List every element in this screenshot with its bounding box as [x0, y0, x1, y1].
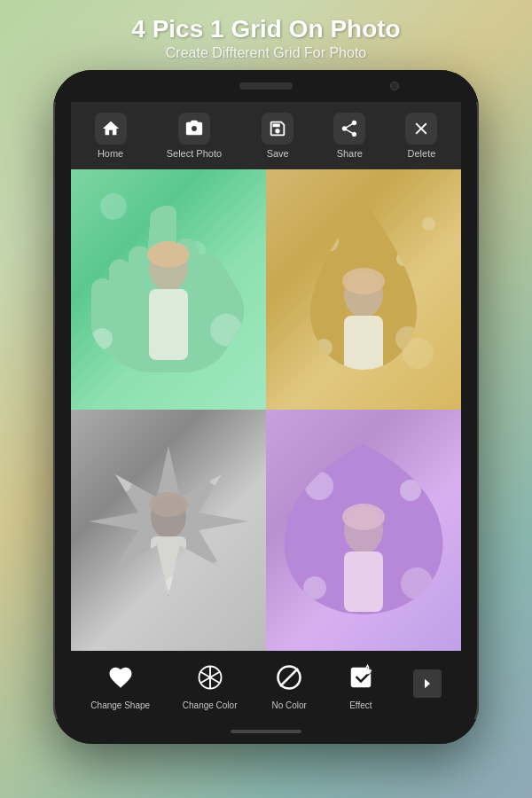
svg-point-4: [147, 241, 190, 268]
home-icon: [95, 113, 127, 145]
share-button[interactable]: Share: [325, 109, 374, 162]
delete-label: Delete: [408, 148, 436, 159]
phone-top-bar: [53, 70, 479, 102]
svg-point-21: [149, 492, 188, 517]
effect-icon: [341, 658, 380, 697]
heart-icon: [101, 658, 140, 697]
svg-point-32: [400, 480, 421, 501]
svg-line-43: [280, 669, 298, 686]
share-label: Share: [337, 148, 363, 159]
svg-rect-11: [344, 316, 383, 378]
svg-line-37: [210, 672, 220, 677]
photo-grid: [71, 169, 461, 651]
svg-point-30: [342, 504, 385, 530]
svg-line-41: [200, 672, 210, 677]
next-arrow-button[interactable]: [413, 669, 442, 698]
camera-icon: [178, 113, 210, 145]
delete-button[interactable]: Delete: [396, 109, 446, 162]
svg-line-40: [200, 677, 210, 683]
save-icon: [262, 113, 293, 145]
phone-screen: Home Select Photo Save: [71, 102, 461, 719]
grid-cell-1[interactable]: [71, 169, 266, 411]
effect-label: Effect: [349, 700, 372, 710]
svg-point-14: [396, 252, 411, 266]
share-icon: [333, 113, 365, 145]
svg-point-26: [166, 576, 180, 591]
grid-cell-2[interactable]: [266, 169, 461, 411]
no-color-label: No Color: [271, 700, 306, 710]
svg-point-22: [107, 469, 132, 494]
svg-point-23: [208, 468, 226, 486]
change-color-button[interactable]: Change Color: [183, 658, 238, 710]
phone-bottom-bar: [53, 719, 479, 744]
effect-button[interactable]: Effect: [341, 658, 380, 710]
app-title: 4 Pics 1 Grid On Photo: [18, 16, 514, 43]
svg-line-38: [210, 677, 220, 683]
grid-cell-3[interactable]: [71, 410, 266, 651]
delete-icon: [405, 113, 437, 145]
save-button[interactable]: Save: [253, 109, 302, 162]
save-label: Save: [267, 148, 289, 159]
grid-cell-4[interactable]: [266, 410, 461, 651]
select-photo-label: Select Photo: [167, 148, 222, 159]
aperture-icon: [191, 658, 230, 697]
phone-frame: Home Select Photo Save: [53, 70, 479, 744]
svg-point-8: [91, 328, 113, 349]
hand-shape-container: [71, 169, 266, 411]
svg-point-15: [395, 326, 420, 351]
svg-point-31: [305, 472, 333, 500]
phone-camera: [390, 82, 399, 90]
svg-rect-3: [149, 289, 188, 360]
app-subtitle: Create Diffterent Grid For Photo: [18, 45, 514, 61]
change-color-label: Change Color: [183, 700, 238, 710]
svg-point-13: [317, 231, 339, 252]
app-header: 4 Pics 1 Grid On Photo Create Diffterent…: [0, 0, 532, 70]
svg-point-5: [98, 219, 124, 246]
no-color-icon: [270, 658, 309, 697]
home-button[interactable]: Home: [86, 109, 136, 162]
svg-point-33: [401, 567, 433, 599]
plectrum-shape-container: [266, 410, 461, 651]
arrow-right-icon: [413, 669, 442, 698]
svg-point-16: [315, 339, 332, 356]
select-photo-button[interactable]: Select Photo: [158, 109, 231, 162]
no-color-button[interactable]: No Color: [270, 658, 309, 710]
svg-point-25: [106, 569, 125, 589]
svg-point-7: [210, 314, 242, 346]
svg-point-34: [303, 576, 326, 599]
svg-rect-29: [344, 552, 383, 612]
svg-point-24: [207, 560, 236, 589]
svg-point-12: [342, 268, 385, 294]
phone-home-indicator: [231, 730, 301, 733]
star-shape-container: [71, 410, 266, 651]
phone-speaker: [239, 82, 293, 90]
home-label: Home: [98, 148, 123, 159]
svg-point-6: [208, 215, 226, 232]
change-shape-button[interactable]: Change Shape: [90, 658, 150, 710]
top-toolbar: Home Select Photo Save: [71, 102, 461, 169]
drop-shape-container: [266, 169, 461, 411]
bottom-toolbar: Change Shape Change Color: [71, 651, 461, 719]
change-shape-label: Change Shape: [90, 700, 150, 710]
